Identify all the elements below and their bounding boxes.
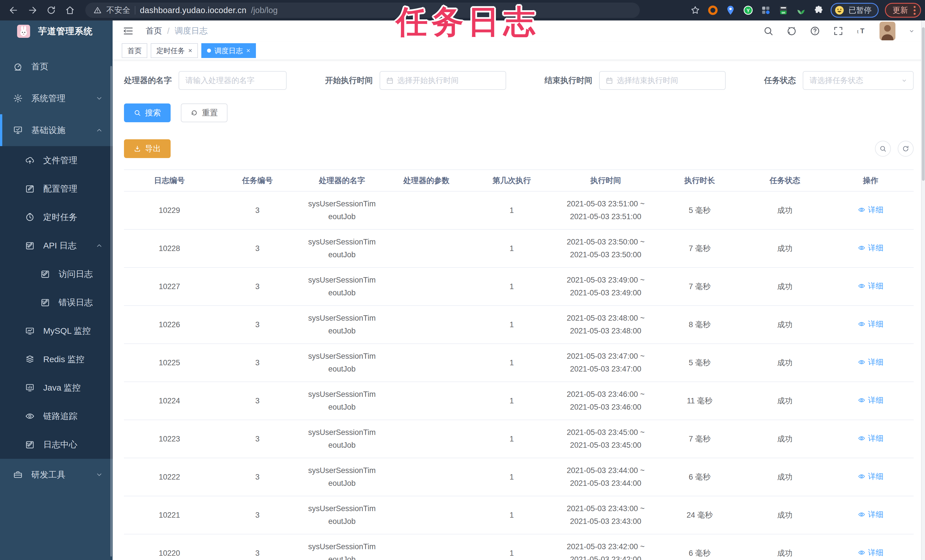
paused-badge-label: 已暂停 xyxy=(848,5,872,15)
reload-icon[interactable] xyxy=(44,3,59,18)
github-icon[interactable] xyxy=(786,26,797,36)
column-header: 执行时间 xyxy=(554,170,657,191)
refresh-table-button[interactable] xyxy=(898,141,914,157)
help-icon[interactable] xyxy=(809,26,820,36)
toggle-search-button[interactable] xyxy=(875,141,891,157)
sidebar-item-mysql-monitor[interactable]: MySQL 监控 xyxy=(0,317,113,345)
sidebar-item-infrastructure[interactable]: 基础设施 xyxy=(0,114,113,146)
security-label: 不安全 xyxy=(106,5,130,16)
sidebar-item-label: 配置管理 xyxy=(43,183,77,195)
extensions-puzzle-icon[interactable] xyxy=(813,5,824,16)
table-row: 102283sysUserSessionTimeoutJob12021-05-0… xyxy=(124,229,914,268)
extension-sprout-icon[interactable] xyxy=(795,5,807,16)
back-icon[interactable] xyxy=(6,3,21,18)
extension-on-badge-icon[interactable]: on xyxy=(778,5,789,16)
extension-green-y-icon[interactable]: Y xyxy=(743,5,754,16)
cell-actions: 详细 xyxy=(827,534,914,560)
table-row: 102263sysUserSessionTimeoutJob12021-05-0… xyxy=(124,306,914,344)
sidebar-item-home[interactable]: 首页 xyxy=(0,51,113,83)
sidebar-item-access-log[interactable]: 访问日志 xyxy=(0,260,113,288)
breadcrumb-separator: / xyxy=(167,26,169,36)
sidebar-scrollbar[interactable] xyxy=(110,66,112,557)
export-button[interactable]: 导出 xyxy=(124,139,170,158)
sidebar-item-redis-monitor[interactable]: Redis 监控 xyxy=(0,345,113,373)
tab-scheduled-tasks[interactable]: 定时任务× xyxy=(151,43,198,58)
sidebar-item-label: 错误日志 xyxy=(59,297,93,309)
handler-name-input[interactable] xyxy=(179,76,286,85)
address-bar[interactable]: 不安全 dashboard.yudao.iocoder.cn/job/log xyxy=(85,3,640,18)
toolbox-icon xyxy=(13,470,23,480)
cell-duration: 7 毫秒 xyxy=(657,229,742,268)
status-select[interactable] xyxy=(803,76,913,85)
search-button[interactable]: 搜索 xyxy=(124,104,170,122)
detail-link[interactable]: 详细 xyxy=(858,242,883,254)
cell-execute-time: 2021-05-03 23:42:00 ~2021-05-03 23:42:00 xyxy=(554,534,657,560)
tab-label: 定时任务 xyxy=(157,46,185,56)
detail-link[interactable]: 详细 xyxy=(858,508,883,521)
logo-row[interactable]: 芋道管理系统 xyxy=(0,21,113,42)
detail-link-label: 详细 xyxy=(868,508,883,521)
sidebar-item-file-management[interactable]: 文件管理 xyxy=(0,146,113,175)
cell-execute-index: 1 xyxy=(469,344,554,382)
detail-link[interactable]: 详细 xyxy=(858,394,883,407)
extension-pin-icon[interactable] xyxy=(725,5,736,16)
cell-execute-time: 2021-05-03 23:47:00 ~2021-05-03 23:47:00 xyxy=(554,344,657,382)
user-avatar[interactable] xyxy=(880,22,895,41)
tab-job-log[interactable]: 调度日志× xyxy=(201,43,256,58)
detail-link[interactable]: 详细 xyxy=(858,546,883,559)
filter-form: 处理器的名字 开始执行时间 结束执行时间 xyxy=(124,71,914,90)
detail-link[interactable]: 详细 xyxy=(858,356,883,369)
annotation-title: 任务日志 xyxy=(396,1,539,44)
sidebar-item-log-center[interactable]: 日志中心 xyxy=(0,431,113,459)
begin-time-input[interactable] xyxy=(394,76,506,85)
sidebar-item-label: 日志中心 xyxy=(43,439,77,450)
detail-link[interactable]: 详细 xyxy=(858,432,883,445)
extension-grid-icon[interactable] xyxy=(760,5,771,16)
home-icon[interactable] xyxy=(63,3,77,18)
chrome-toolbar: Y on 已暂停 更新 xyxy=(690,0,921,21)
sidebar-item-error-log[interactable]: 错误日志 xyxy=(0,288,113,317)
detail-link[interactable]: 详细 xyxy=(858,203,883,216)
eye-icon xyxy=(858,435,865,442)
sidebar-item-api-log[interactable]: API 日志 xyxy=(0,231,113,260)
extension-orange-ring-icon[interactable] xyxy=(707,5,719,16)
tab-home[interactable]: 首页 xyxy=(122,43,147,58)
cell-job-id: 3 xyxy=(215,306,300,344)
breadcrumb-home[interactable]: 首页 xyxy=(146,25,162,37)
collapse-menu-icon[interactable] xyxy=(122,25,134,37)
close-icon[interactable]: × xyxy=(188,47,192,54)
close-icon[interactable]: × xyxy=(246,47,250,54)
sidebar-item-config-management[interactable]: 配置管理 xyxy=(0,175,113,203)
sidebar-item-scheduled-tasks[interactable]: 定时任务 xyxy=(0,203,113,231)
detail-link-label: 详细 xyxy=(868,470,883,483)
reset-button[interactable]: 重置 xyxy=(181,104,227,122)
active-tab-dot xyxy=(207,49,211,53)
user-menu-caret-icon[interactable] xyxy=(908,27,915,35)
forward-icon[interactable] xyxy=(25,3,40,18)
search-icon[interactable] xyxy=(763,26,774,36)
browser-update-button[interactable]: 更新 xyxy=(885,3,921,18)
filter-status: 任务状态 xyxy=(764,71,914,90)
sidebar-item-dev-tools[interactable]: 研发工具 xyxy=(0,459,113,491)
font-size-icon[interactable]: tT xyxy=(856,26,867,36)
detail-link[interactable]: 详细 xyxy=(858,280,883,292)
fullscreen-icon[interactable] xyxy=(833,26,844,36)
sidebar-item-label: Java 监控 xyxy=(43,382,81,394)
table-header-row: 日志编号任务编号处理器的名字处理器的参数第几次执行执行时间执行时长任务状态操作 xyxy=(124,170,914,191)
eye-icon xyxy=(858,511,865,518)
svg-text:T: T xyxy=(860,27,865,35)
cell-job-id: 3 xyxy=(215,191,300,229)
detail-link[interactable]: 详细 xyxy=(858,318,883,331)
sidebar-item-java-monitor[interactable]: Java 监控 xyxy=(0,373,113,402)
sidebar-item-trace[interactable]: 链路追踪 xyxy=(0,402,113,431)
chevron-up-icon xyxy=(96,242,103,249)
browser-menu-icon[interactable] xyxy=(914,6,916,15)
update-button-label: 更新 xyxy=(893,5,908,15)
detail-link[interactable]: 详细 xyxy=(858,470,883,483)
sidebar-item-system-management[interactable]: 系统管理 xyxy=(0,83,113,114)
profile-paused-badge[interactable]: 已暂停 xyxy=(831,3,879,18)
column-header: 执行时长 xyxy=(657,170,742,191)
window-scrollbar-thumb[interactable] xyxy=(922,27,925,181)
bookmark-star-icon[interactable] xyxy=(690,5,701,16)
end-time-input[interactable] xyxy=(613,76,725,85)
